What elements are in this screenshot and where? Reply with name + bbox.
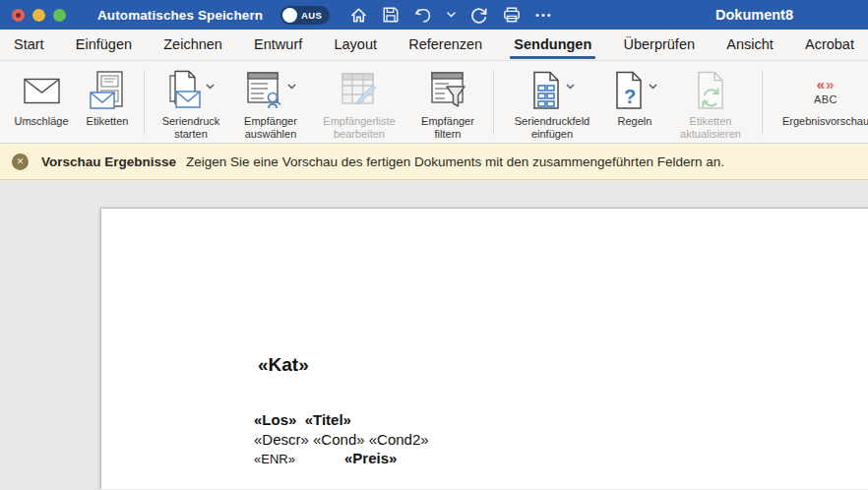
document-workspace: «Kat» «Los» «Titel» «Descr» «Cond» «Cond… [0, 180, 868, 489]
merge-field-block: «Los» «Titel» «Descr» «Cond» «Cond2» «EN… [254, 410, 429, 469]
zoom-window-button[interactable] [53, 9, 66, 22]
ergebnisvorschau-button[interactable]: «» ABC Ergebnisvorschau [769, 68, 868, 128]
umschlaege-button[interactable]: Umschläge [6, 68, 77, 128]
ribbon-tab-bar: Start Einfügen Zeichnen Entwurf Layout R… [0, 30, 868, 61]
regeln-button[interactable]: ? Regeln [604, 68, 665, 128]
autosave-state: AUS [301, 10, 322, 21]
ribbon-group-separator [762, 70, 763, 135]
tab-acrobat[interactable]: Acrobat [805, 30, 854, 60]
redo-icon[interactable] [469, 6, 488, 25]
tab-einfuegen[interactable]: Einfügen [76, 30, 132, 60]
tab-referenzen[interactable]: Referenzen [408, 30, 482, 60]
ribbon: Umschläge Etiketten Seriendruck starten … [0, 61, 868, 144]
start-mail-merge-icon [168, 68, 215, 113]
save-icon[interactable] [382, 6, 400, 24]
merge-field-kat[interactable]: «Kat» [258, 354, 309, 376]
print-icon[interactable] [502, 6, 522, 24]
seriendruckfeld-einfuegen-label: Seriendruckfeld einfügen [503, 115, 601, 140]
edit-recipient-list-icon [340, 68, 379, 113]
etiketten-button[interactable]: Etiketten [77, 68, 138, 128]
title-bar: Automatisches Speichern AUS ••• Dokument… [0, 0, 868, 30]
update-labels-icon [695, 68, 726, 113]
empfaengerliste-bearbeiten-label: Empfängerliste bearbeiten [312, 115, 406, 140]
regeln-chevron-icon[interactable] [649, 84, 657, 90]
notification-title: Vorschau Ergebnisse [41, 154, 176, 169]
tab-entwurf[interactable]: Entwurf [254, 30, 302, 60]
guillemet-right-icon: » [826, 76, 835, 92]
ribbon-group-separator [144, 70, 145, 135]
close-window-button[interactable] [12, 9, 25, 22]
toggle-knob [282, 8, 297, 23]
undo-dropdown-chevron-icon[interactable] [447, 12, 456, 18]
ergebnisvorschau-label: Ergebnisvorschau [782, 115, 868, 128]
envelope-icon [24, 68, 60, 113]
guillemet-left-icon: « [817, 76, 826, 92]
rules-icon: ? [613, 68, 657, 113]
seriendruck-starten-label: Seriendruck starten [155, 115, 227, 140]
empfaenger-filtern-label: Empfänger filtern [413, 115, 482, 140]
minimize-window-button[interactable] [32, 9, 45, 22]
seriendruckfeld-chevron-icon[interactable] [566, 84, 575, 90]
umschlaege-label: Umschläge [14, 115, 68, 128]
seriendruck-starten-button[interactable]: Seriendruck starten [151, 68, 231, 140]
autosave-toggle[interactable]: AUS [280, 6, 330, 25]
etiketten-label: Etiketten [87, 115, 129, 128]
merge-field-descr-cond[interactable]: «Descr» «Cond» «Cond2» [254, 430, 429, 450]
document-page[interactable]: «Kat» «Los» «Titel» «Descr» «Cond» «Cond… [100, 208, 868, 489]
notification-close-icon[interactable]: ✕ [12, 153, 29, 170]
document-title: Dokument8 [715, 0, 793, 30]
tab-layout[interactable]: Layout [334, 30, 377, 60]
empfaenger-auswaehlen-button[interactable]: Empfänger auswählen [231, 68, 310, 140]
empfaenger-auswaehlen-label: Empfänger auswählen [235, 115, 306, 140]
more-commands-icon[interactable]: ••• [535, 9, 553, 21]
home-icon[interactable] [349, 6, 368, 25]
merge-field-enr[interactable]: «ENR» [254, 452, 295, 466]
autosave-label: Automatisches Speichern [97, 8, 263, 23]
select-recipients-icon [246, 68, 296, 113]
ribbon-group-separator [493, 70, 494, 135]
tab-start[interactable]: Start [14, 30, 44, 60]
seriendruckfeld-einfuegen-button[interactable]: Seriendruckfeld einfügen [500, 68, 604, 140]
empfaengerliste-bearbeiten-button: Empfängerliste bearbeiten [310, 68, 408, 140]
seriendruck-starten-chevron-icon[interactable] [206, 84, 215, 90]
regeln-label: Regeln [618, 115, 652, 128]
tab-sendungen[interactable]: Sendungen [514, 30, 591, 60]
svg-text:?: ? [624, 86, 636, 107]
abc-icon: ABC [814, 94, 837, 105]
notification-message: Zeigen Sie eine Vorschau des fertigen Do… [186, 154, 724, 169]
window-controls [12, 9, 66, 22]
labels-icon [90, 68, 125, 113]
tab-zeichnen[interactable]: Zeichnen [163, 30, 222, 60]
empfaenger-filtern-button[interactable]: Empfänger filtern [408, 68, 487, 140]
merge-field-preis[interactable]: «Preis» [344, 449, 397, 468]
insert-merge-field-icon [530, 68, 575, 113]
undo-icon[interactable] [413, 6, 433, 25]
etiketten-aktualisieren-button: Etiketten aktualisieren [665, 68, 756, 140]
tab-ansicht[interactable]: Ansicht [726, 30, 774, 60]
preview-results-notification: ✕ Vorschau Ergebnisse Zeigen Sie eine Vo… [0, 144, 868, 180]
empfaenger-auswaehlen-chevron-icon[interactable] [287, 84, 296, 90]
filter-recipients-icon [429, 68, 466, 113]
merge-field-los-titel[interactable]: «Los» «Titel» [254, 410, 429, 430]
etiketten-aktualisieren-label: Etiketten aktualisieren [668, 115, 753, 140]
preview-results-icon: «» ABC [814, 68, 837, 113]
tab-ueberpruefen[interactable]: Überprüfen [623, 30, 695, 60]
